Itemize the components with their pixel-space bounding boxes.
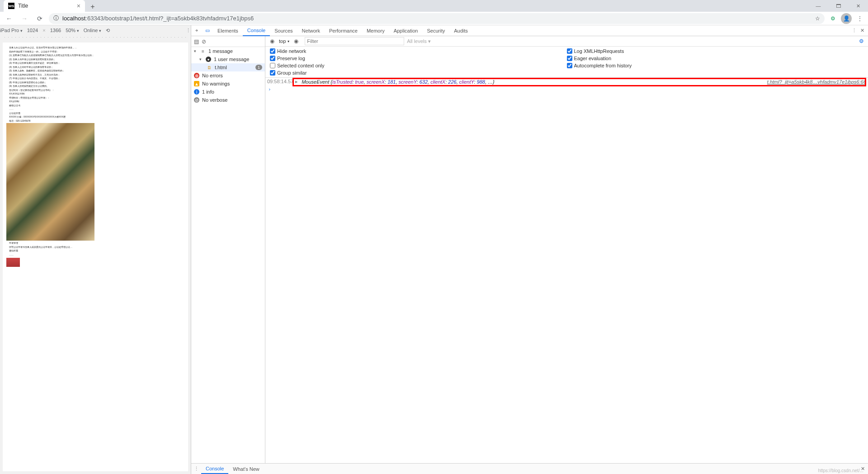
sidebar-item-user[interactable]: ▾●1 user message <box>191 55 265 63</box>
chrome-menu-icon[interactable]: ⋮ <box>854 13 865 24</box>
page-paragraph: (3) 申请公证的事项属专业技术鉴定、评估事项的； <box>6 62 184 65</box>
throttle-select[interactable]: Online <box>84 28 101 33</box>
page-paragraph: XX日XX时 <box>6 100 184 103</box>
checkbox[interactable] <box>270 63 275 68</box>
checkbox[interactable] <box>567 56 572 61</box>
console-option-eager-evaluation[interactable]: Eager evaluation <box>567 56 864 61</box>
sidebar-item-info[interactable]: i1 info <box>191 88 265 96</box>
window-minimize-button[interactable]: — <box>808 0 828 12</box>
rotate-icon[interactable]: ⟲ <box>106 28 110 33</box>
toggle-sidebar-icon[interactable]: ▤ <box>194 38 199 45</box>
devtools-tab-sources[interactable]: Sources <box>270 25 297 36</box>
devtools-tab-security[interactable]: Security <box>422 25 449 36</box>
console-log-source-link[interactable]: t.html?_ijt=a5skb4k8…vhfadmv17e1jbps6:66 <box>767 79 866 85</box>
checkbox[interactable] <box>270 48 275 54</box>
console-filter-input[interactable] <box>305 37 404 45</box>
console-option-hide-network[interactable]: Hide network <box>270 48 567 54</box>
window-maximize-button[interactable]: 🗖 <box>828 0 848 12</box>
url-input[interactable]: ⓘ localhost:63343/bootstrap1/test/t.html… <box>49 13 825 24</box>
checkbox[interactable] <box>270 70 275 76</box>
new-tab-button[interactable]: + <box>88 2 98 12</box>
tab-favicon: WS <box>8 3 14 9</box>
sidebar-item-label: 1 message <box>208 48 233 54</box>
console-options: Hide networkPreserve logSelected context… <box>265 47 868 78</box>
live-expression-icon[interactable]: ◉ <box>292 37 300 45</box>
console-option-log-xmlhttprequests[interactable]: Log XMLHttpRequests <box>567 48 864 54</box>
window-close-button[interactable]: ✕ <box>848 0 868 12</box>
devtools-tab-audits[interactable]: Audits <box>449 25 472 36</box>
drawer-menu-icon[interactable]: ⋮ <box>191 466 201 472</box>
console-option-autocomplete-from-history[interactable]: Autocomplete from history <box>567 63 864 68</box>
devtools-tab-elements[interactable]: Elements <box>213 25 243 36</box>
log-levels-select[interactable]: All levels ▾ <box>407 38 430 44</box>
viewport-width[interactable]: 1024 <box>27 28 38 33</box>
drawer-tab-whatsnew[interactable]: What's New <box>228 464 264 474</box>
browser-tab[interactable]: WS Title × <box>4 0 85 12</box>
profile-avatar[interactable]: 👤 <box>841 13 852 24</box>
verb-icon: ⊘ <box>194 97 199 103</box>
drawer-tab-console[interactable]: Console <box>201 464 228 474</box>
devtools-panel: ⌖ ▭ ElementsConsoleSourcesNetworkPerform… <box>191 25 868 474</box>
expand-icon[interactable]: ▸ <box>295 79 298 85</box>
viewport-height[interactable]: 1366 <box>50 28 61 33</box>
console-option-selected-context-only[interactable]: Selected context only <box>270 63 567 68</box>
bookmark-star-icon[interactable]: ☆ <box>815 15 820 22</box>
console-option-preserve-log[interactable]: Preserve log <box>270 56 567 61</box>
extension-icon[interactable]: ⚙ <box>827 13 838 24</box>
devtools-tab-application[interactable]: Application <box>389 25 423 36</box>
sidebar-item-msg[interactable]: ▾≡1 message <box>191 47 265 55</box>
option-label: Autocomplete from history <box>574 63 632 68</box>
devtools-tab-console[interactable]: Console <box>243 25 270 36</box>
devtools-close-icon[interactable]: ✕ <box>860 28 864 33</box>
console-log-message: MouseEvent {isTrusted: true, screenX: 18… <box>302 79 495 85</box>
warn-icon: ▲ <box>194 81 199 86</box>
devtools-tabs: ⌖ ▭ ElementsConsoleSourcesNetworkPerform… <box>191 25 868 36</box>
devtools-tab-network[interactable]: Network <box>297 25 325 36</box>
url-text: localhost:63343/bootstrap1/test/t.html?_… <box>62 15 254 22</box>
page-paragraph: (7) 申请公证的文书内容违法、不真实、不合理的； <box>6 77 184 80</box>
sidebar-item-label: 1 user message <box>214 57 249 62</box>
device-select[interactable]: iPad Pro <box>0 28 23 33</box>
user-icon: ● <box>206 57 211 62</box>
checkbox[interactable] <box>270 56 275 61</box>
page-paragraph: (1) 其民事行为能力人或者限制民事行为能力人没有法定代理人代理申请办理公证的； <box>6 54 184 57</box>
main-area: iPad Pro 1024 × 1366 50% Online ⟲ ⋮ 当事人向… <box>0 25 868 474</box>
checkbox[interactable] <box>567 63 572 68</box>
tab-close-icon[interactable]: × <box>77 2 80 9</box>
back-button[interactable]: ← <box>3 12 15 25</box>
page-paragraph: (6) 当事人提供的证明材料不充分，又无法补充的； <box>6 73 184 76</box>
device-toolbar: iPad Pro 1024 × 1366 50% Online ⟲ ⋮ <box>0 25 191 35</box>
console-settings-icon[interactable]: ⚙ <box>857 37 865 45</box>
forward-button[interactable]: → <box>18 12 31 25</box>
caret-icon: ▾ <box>194 49 198 53</box>
device-menu-icon[interactable]: ⋮ <box>186 28 191 33</box>
sidebar-item-verb[interactable]: ⊘No verbose <box>191 96 265 104</box>
sidebar-item-warn[interactable]: ▲No warnings <box>191 80 265 88</box>
zoom-select[interactable]: 50% <box>66 28 79 33</box>
sidebar-item-file[interactable]: 🗎t.html1 <box>191 63 265 71</box>
inspect-icon[interactable]: ⌖ <box>191 25 202 36</box>
option-label: Preserve log <box>277 56 305 61</box>
devtools-tab-performance[interactable]: Performance <box>325 25 362 36</box>
checkbox[interactable] <box>567 48 572 54</box>
execution-context-select[interactable]: top <box>279 38 289 44</box>
console-prompt[interactable]: › <box>265 85 868 93</box>
sidebar-item-label: No warnings <box>202 81 230 86</box>
clear-console-icon[interactable]: ⊘ <box>202 38 206 45</box>
context-eye-icon[interactable]: ◉ <box>268 37 276 45</box>
dimension-separator: × <box>42 28 45 33</box>
caret-icon: ▾ <box>199 57 203 62</box>
rendered-page[interactable]: 当事人向公证处申办公证。应当填写申请办理公证事项的申请表，…您的申请如有下列情形… <box>3 43 188 471</box>
page-paragraph: (9) 当事人拒绝按照规定支付公证费的。 <box>6 85 184 88</box>
devtools-menu-icon[interactable]: ⋮ <box>852 28 857 33</box>
device-mode-icon[interactable]: ▭ <box>202 25 213 36</box>
sidebar-item-err[interactable]: ⊗No errors <box>191 71 265 80</box>
site-info-icon[interactable]: ⓘ <box>53 14 59 22</box>
reload-button[interactable]: ⟳ <box>33 12 46 25</box>
console-log-area[interactable]: 09:58:14.57 ▸ MouseEvent {isTrusted: tru… <box>265 78 868 463</box>
console-option-group-similar[interactable]: Group similar <box>270 70 567 76</box>
console-log-row[interactable]: 09:58:14.57 ▸ MouseEvent {isTrusted: tru… <box>265 78 868 85</box>
page-paragraph: (8) 申请公证的事项违背社会公德的； <box>6 81 184 84</box>
sidebar-item-label: No verbose <box>202 97 227 103</box>
devtools-tab-memory[interactable]: Memory <box>362 25 389 36</box>
